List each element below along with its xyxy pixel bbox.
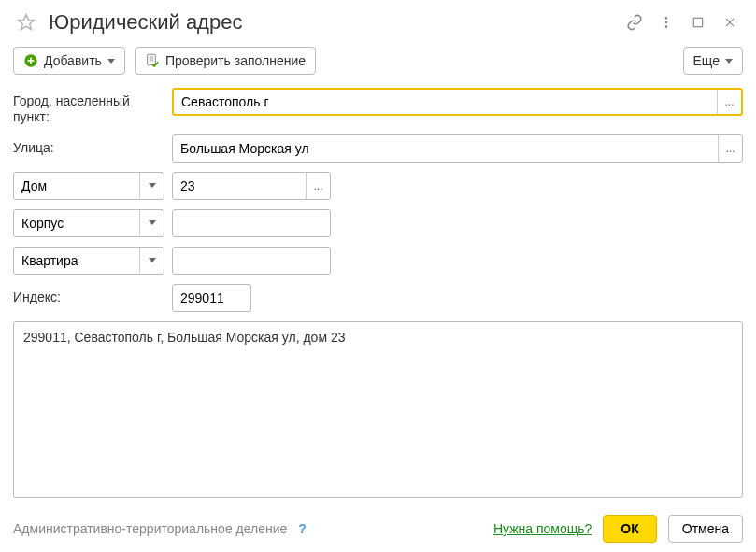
zip-input[interactable] [172,284,251,312]
footer: Административно-территориальное деление … [13,515,743,543]
svg-point-3 [665,25,668,28]
building-input[interactable] [173,210,330,236]
apartment-input-wrap [172,247,331,275]
apartment-type-text[interactable] [14,248,139,274]
caret-down-icon [149,220,156,225]
titlebar: Юридический адрес [13,9,743,35]
city-input-wrap: ... [172,88,743,116]
city-picker-button[interactable]: ... [717,90,741,114]
add-button-label: Добавить [44,53,102,68]
check-fill-button[interactable]: Проверить заполнение [135,47,316,75]
street-input[interactable] [173,135,718,162]
house-input[interactable] [173,173,306,199]
plus-circle-icon [23,53,38,68]
maximize-icon[interactable] [685,9,711,35]
street-row: Улица: ... [13,134,743,163]
svg-marker-0 [19,15,35,30]
apartment-type-select[interactable] [13,247,164,275]
building-type-select[interactable] [13,209,164,237]
more-button-label: Еще [693,53,720,68]
document-check-icon [145,53,160,68]
close-icon[interactable] [717,9,743,35]
svg-point-1 [665,17,668,20]
toolbar: Добавить Проверить заполнение Еще [13,47,743,75]
more-button[interactable]: Еще [683,47,744,75]
house-row: ... [13,172,743,200]
house-type-select[interactable] [13,172,164,200]
favorite-star-icon[interactable] [13,9,39,35]
svg-rect-10 [148,54,156,64]
street-picker-button[interactable]: ... [718,135,742,162]
apartment-type-caret[interactable] [139,248,164,274]
svg-point-2 [665,21,668,24]
apartment-row [13,247,743,275]
house-input-wrap: ... [172,172,331,200]
zip-row: Индекс: [13,284,743,312]
check-fill-button-label: Проверить заполнение [165,53,306,68]
admin-division-link[interactable]: Административно-территориальное деление [13,521,287,536]
street-input-wrap: ... [172,134,743,163]
house-picker-button[interactable]: ... [306,173,330,199]
building-input-wrap [172,209,331,237]
need-help-link[interactable]: Нужна помощь? [493,521,592,536]
building-type-caret[interactable] [139,210,164,236]
house-type-caret[interactable] [139,173,164,199]
link-icon[interactable] [621,9,648,35]
kebab-menu-icon[interactable] [653,9,679,35]
house-type-text[interactable] [14,173,139,199]
help-icon[interactable]: ? [298,521,307,536]
address-summary[interactable] [13,321,743,498]
caret-down-icon [107,59,115,64]
caret-down-icon [149,183,156,188]
city-input[interactable] [174,90,717,114]
building-type-text[interactable] [14,210,139,236]
caret-down-icon [149,258,156,262]
city-label: Город, населенный пункт: [13,88,164,125]
city-row: Город, населенный пункт: ... [13,88,743,125]
apartment-input[interactable] [173,248,330,274]
building-row [13,209,743,237]
svg-rect-4 [693,18,702,26]
street-label: Улица: [13,134,164,156]
ok-button[interactable]: ОК [603,515,656,543]
window-title: Юридический адрес [49,10,616,35]
cancel-button[interactable]: Отмена [668,515,743,543]
caret-down-icon [725,59,733,64]
zip-label: Индекс: [13,284,164,305]
add-button[interactable]: Добавить [13,47,125,75]
